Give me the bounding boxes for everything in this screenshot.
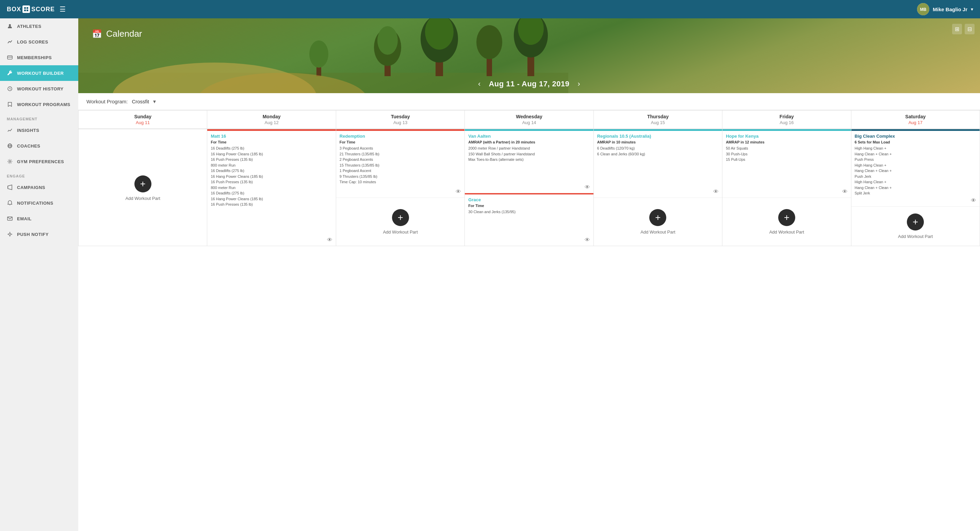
sidebar-item-log-scores[interactable]: LOG SCORES xyxy=(0,34,78,50)
monday-eye-icon[interactable]: 👁 xyxy=(327,237,332,243)
card-icon xyxy=(7,54,13,60)
svg-rect-3 xyxy=(27,10,28,11)
next-week-button[interactable]: › xyxy=(578,79,580,89)
thursday-workout-type: AMRAP in 10 minutes xyxy=(597,140,719,144)
chevron-down-icon[interactable]: ▾ xyxy=(971,6,973,12)
page-title: Calendar xyxy=(106,29,142,39)
wednesday-workout-type-2: For Time xyxy=(468,204,590,208)
sidebar-label-notifications: NOTIFICATIONS xyxy=(17,201,53,206)
bookmark-icon xyxy=(7,101,13,108)
day-name-wednesday: Wednesday xyxy=(468,114,590,119)
brand-name-part2: SCORE xyxy=(31,6,55,13)
sidebar-item-push-notify[interactable]: PUSH NOTIFY xyxy=(0,227,78,242)
brand-logo: BOX SCORE xyxy=(7,5,55,13)
tuesday-add-button[interactable]: + xyxy=(392,209,409,226)
person-icon xyxy=(7,23,13,29)
friday-add-button[interactable]: + xyxy=(778,209,795,226)
day-num-tuesday: Aug 13 xyxy=(340,120,461,125)
prev-week-button[interactable]: ‹ xyxy=(478,79,480,89)
sidebar-item-athletes[interactable]: ATHLETES xyxy=(0,18,78,34)
campaigns-icon xyxy=(7,184,13,190)
day-header-wednesday: Wednesday Aug 14 xyxy=(465,111,593,129)
monday-workout-type: For Time xyxy=(211,140,332,144)
friday-slot-2: + Add Workout Part xyxy=(722,198,851,246)
saturday-workout-body: High Hang Clean + Hang Clean + Clean + P… xyxy=(855,146,976,196)
sidebar-label-workout-programs: WORKOUT PROGRAMS xyxy=(17,102,70,107)
list-view-button[interactable]: ⊞ xyxy=(952,24,962,34)
svg-rect-7 xyxy=(8,56,12,59)
thursday-eye-icon[interactable]: 👁 xyxy=(713,189,719,195)
day-name-sunday: Sunday xyxy=(82,114,204,119)
saturday-eye-icon[interactable]: 👁 xyxy=(971,198,976,204)
monday-workout-title: Matt 16 xyxy=(211,133,332,139)
sidebar-item-workout-builder[interactable]: WORKOUT BUILDER xyxy=(0,65,78,81)
sidebar-item-workout-programs[interactable]: WORKOUT PROGRAMS xyxy=(0,97,78,112)
sidebar-item-gym-preferences[interactable]: GYM PREFERENCES xyxy=(0,154,78,169)
friday-add-workout: + Add Workout Part xyxy=(722,198,851,246)
thursday-workout-card: Regionals 10.5 (Australia) AMRAP in 10 m… xyxy=(594,131,722,198)
svg-point-24 xyxy=(421,18,458,63)
sidebar-item-notifications[interactable]: NOTIFICATIONS xyxy=(0,195,78,211)
sidebar: ATHLETES LOG SCORES MEMBERSHIPS WORKOUT … xyxy=(0,18,78,531)
saturday-add-button[interactable]: + xyxy=(907,214,924,230)
sidebar-item-email[interactable]: EMAIL xyxy=(0,211,78,227)
svg-point-25 xyxy=(425,18,453,50)
day-header-monday: Monday Aug 12 xyxy=(207,111,336,129)
saturday-slot-1: Big Clean Complex 6 Sets for Max Load Hi… xyxy=(851,129,980,207)
thursday-workout-footer: 👁 xyxy=(597,189,719,195)
monday-workout-body: 16 Deadlifts (275 lb) 16 Hang Power Clea… xyxy=(211,146,332,236)
bell-icon xyxy=(7,200,13,206)
wednesday-slot-2: Grace For Time 30 Clean and Jerks (135/9… xyxy=(465,195,593,246)
svg-marker-14 xyxy=(8,185,12,190)
cal-cell-monday: Matt 16 For Time 16 Deadlifts (275 lb) 1… xyxy=(207,129,336,246)
day-num-friday: Aug 16 xyxy=(726,120,847,125)
engage-section-label: ENGAGE xyxy=(0,169,78,179)
sidebar-item-insights[interactable]: INSIGHTS xyxy=(0,122,78,138)
grid-view-button[interactable]: ⊟ xyxy=(965,24,975,34)
svg-point-21 xyxy=(374,29,401,66)
cal-cell-tuesday: Redemption For Time 3 Pegboard Ascents 2… xyxy=(336,129,465,246)
thursday-add-workout: + Add Workout Part xyxy=(594,198,722,246)
push-icon xyxy=(7,231,13,237)
friday-workout-title: Hope for Kenya xyxy=(726,133,847,139)
wrench-icon xyxy=(7,70,13,76)
svg-point-13 xyxy=(9,161,11,163)
sidebar-item-workout-history[interactable]: WORKOUT HISTORY xyxy=(0,81,78,97)
thursday-add-button[interactable]: + xyxy=(649,209,666,226)
sidebar-item-memberships[interactable]: MEMBERSHIPS xyxy=(0,50,78,65)
program-select-wrap: Crossfit xyxy=(132,98,156,105)
sidebar-item-campaigns[interactable]: CAMPAIGNS xyxy=(0,179,78,195)
day-name-monday: Monday xyxy=(211,114,332,119)
nav-left: BOX SCORE ☰ xyxy=(7,5,66,13)
monday-workout-card: Matt 16 For Time 16 Deadlifts (275 lb) 1… xyxy=(207,131,336,246)
tuesday-add-workout: + Add Workout Part xyxy=(336,198,465,246)
wednesday-workout-card-2: Grace For Time 30 Clean and Jerks (135/9… xyxy=(465,195,593,246)
insights-icon xyxy=(7,127,13,133)
thursday-add-label: Add Workout Part xyxy=(640,230,675,235)
svg-text:MB: MB xyxy=(920,7,927,12)
program-select[interactable]: Crossfit xyxy=(132,98,156,105)
calendar-header-row: Workout Program: Crossfit xyxy=(78,93,980,110)
sunday-add-button[interactable]: + xyxy=(134,175,151,192)
cal-cell-saturday: Big Clean Complex 6 Sets for Max Load Hi… xyxy=(851,129,980,246)
wednesday-workout-footer-2: 👁 xyxy=(468,237,590,243)
tuesday-workout-footer: 👁 xyxy=(340,189,461,195)
email-icon xyxy=(7,216,13,222)
top-nav: BOX SCORE ☰ MB Mike Baglio Jr ▾ xyxy=(0,0,980,18)
day-num-saturday: Aug 17 xyxy=(855,120,976,125)
wednesday-eye-icon-1[interactable]: 👁 xyxy=(585,184,590,190)
sidebar-item-coaches[interactable]: COACHES xyxy=(0,138,78,154)
avatar: MB xyxy=(917,3,929,15)
hamburger-icon[interactable]: ☰ xyxy=(60,5,66,13)
svg-point-30 xyxy=(518,18,544,45)
day-num-thursday: Aug 15 xyxy=(597,120,719,125)
main-content: 📅 Calendar ⊞ ⊟ ‹ Aug 11 - Aug 17, 2019 ›… xyxy=(78,18,980,531)
friday-eye-icon[interactable]: 👁 xyxy=(842,189,848,195)
wednesday-eye-icon-2[interactable]: 👁 xyxy=(585,237,590,243)
saturday-slot-2: + Add Workout Part xyxy=(851,207,980,246)
date-range-label: Aug 11 - Aug 17, 2019 xyxy=(488,79,569,89)
svg-point-27 xyxy=(476,25,502,59)
tuesday-eye-icon[interactable]: 👁 xyxy=(456,189,461,195)
friday-workout-type: AMRAP in 12 minutes xyxy=(726,140,847,144)
day-name-friday: Friday xyxy=(726,114,847,119)
